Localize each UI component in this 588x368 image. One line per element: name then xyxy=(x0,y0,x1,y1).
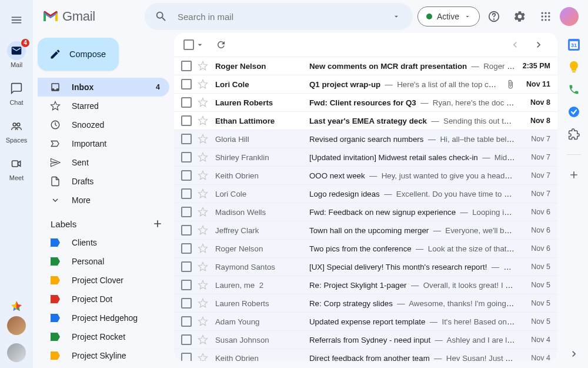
refresh-button[interactable] xyxy=(209,33,233,57)
star-button[interactable] xyxy=(198,334,209,345)
nav-item-starred[interactable]: Starred xyxy=(38,97,169,115)
star-icon xyxy=(198,298,208,309)
calendar-app-button[interactable]: 31 xyxy=(568,39,580,51)
spaces-icon xyxy=(11,120,22,132)
hide-panel-button[interactable] xyxy=(568,348,580,360)
star-button[interactable] xyxy=(198,134,209,144)
email-row[interactable]: Susan Johnson Referrals from Sydney - ne… xyxy=(174,330,557,349)
addons-app-button[interactable] xyxy=(568,128,580,140)
account-avatar[interactable] xyxy=(560,7,579,26)
rail-item-mail[interactable]: 4Mail xyxy=(0,37,33,74)
label-item[interactable]: Project Rocket xyxy=(38,327,169,346)
label-item[interactable]: Project Clover xyxy=(38,271,169,290)
email-row[interactable]: Keith Obrien OOO next week — Hey, just w… xyxy=(174,166,557,184)
search-options-button[interactable] xyxy=(385,5,408,28)
nav-item-sent[interactable]: Sent xyxy=(38,153,169,172)
support-button[interactable] xyxy=(482,5,506,28)
label-item[interactable]: Project Dot xyxy=(38,290,169,309)
email-checkbox[interactable] xyxy=(181,261,192,272)
next-page-button[interactable] xyxy=(527,33,550,57)
email-checkbox[interactable] xyxy=(181,152,192,163)
search-bar[interactable] xyxy=(145,3,413,30)
settings-button[interactable] xyxy=(508,5,532,28)
search-button[interactable] xyxy=(149,5,173,28)
apps-button[interactable] xyxy=(534,5,557,28)
label-item[interactable]: Clients xyxy=(38,233,169,252)
email-checkbox[interactable] xyxy=(181,134,192,144)
nav-item-important[interactable]: Important xyxy=(38,134,169,153)
clock-icon xyxy=(50,120,61,130)
label-item[interactable]: Project Hedgehog xyxy=(38,309,169,327)
email-checkbox[interactable] xyxy=(181,97,192,108)
select-all-checkbox[interactable] xyxy=(183,39,194,50)
sp-app-3[interactable] xyxy=(568,84,580,95)
email-checkbox[interactable] xyxy=(181,170,192,181)
star-button[interactable] xyxy=(198,261,209,272)
label-item[interactable]: Project Skyline xyxy=(38,346,169,365)
email-checkbox[interactable] xyxy=(181,61,192,71)
star-button[interactable] xyxy=(198,97,209,108)
email-row[interactable]: Madison Wells Fwd: Feedback on new signu… xyxy=(174,203,557,221)
email-checkbox[interactable] xyxy=(181,115,192,126)
compose-button[interactable]: Compose xyxy=(38,38,119,71)
nav-item-drafts[interactable]: Drafts xyxy=(38,172,169,191)
star-button[interactable] xyxy=(198,225,209,236)
rail-item-spaces[interactable]: Spaces xyxy=(0,112,33,150)
star-button[interactable] xyxy=(198,316,209,327)
email-row[interactable]: Lori Cole Logo redesign ideas — Excellen… xyxy=(174,184,557,203)
prev-page-button[interactable] xyxy=(503,33,527,57)
rail-item-chat[interactable]: Chat xyxy=(0,74,33,112)
email-checkbox[interactable] xyxy=(181,298,192,309)
email-checkbox[interactable] xyxy=(181,243,192,254)
nav-item-more[interactable]: More xyxy=(38,191,169,210)
star-button[interactable] xyxy=(198,298,209,309)
email-row[interactable]: Adam Young Updated expense report templa… xyxy=(174,312,557,330)
email-checkbox[interactable] xyxy=(181,334,192,345)
main-menu-button[interactable] xyxy=(2,6,31,34)
star-button[interactable] xyxy=(198,243,209,254)
add-label-button[interactable] xyxy=(152,218,163,230)
select-dropdown-icon[interactable] xyxy=(195,40,205,49)
email-row[interactable]: Lauren, me 2 Re: Project Skylight 1-page… xyxy=(174,276,557,294)
brand[interactable]: Gmail xyxy=(38,9,140,24)
email-checkbox[interactable] xyxy=(181,225,192,236)
star-button[interactable] xyxy=(198,353,209,361)
labels-more[interactable]: More xyxy=(38,365,169,368)
star-button[interactable] xyxy=(198,79,209,89)
email-checkbox[interactable] xyxy=(181,316,192,327)
rail-item-meet[interactable]: Meet xyxy=(0,150,33,187)
star-button[interactable] xyxy=(198,188,209,199)
star-button[interactable] xyxy=(198,152,209,163)
email-checkbox[interactable] xyxy=(181,280,192,290)
email-row[interactable]: Lauren Roberts Re: Corp strategy slides … xyxy=(174,294,557,312)
email-row[interactable]: Keith Obrien Direct feedback from anothe… xyxy=(174,349,557,361)
tasks-app-button[interactable] xyxy=(568,106,580,118)
email-row[interactable]: Roger Nelson New comments on MCR draft p… xyxy=(174,57,557,75)
star-button[interactable] xyxy=(198,115,209,126)
email-checkbox[interactable] xyxy=(181,188,192,199)
email-checkbox[interactable] xyxy=(181,79,192,89)
search-input[interactable] xyxy=(178,12,380,22)
email-row[interactable]: Lori Cole Q1 project wrap-up — Here's a … xyxy=(174,75,557,93)
email-row[interactable]: Roger Nelson Two pics from the conferenc… xyxy=(174,239,557,257)
get-addons-button[interactable] xyxy=(568,169,580,181)
email-row[interactable]: Lauren Roberts Fwd: Client resources for… xyxy=(174,93,557,111)
rail-avatar-2[interactable] xyxy=(7,343,26,362)
label-item[interactable]: Personal xyxy=(38,252,169,271)
star-button[interactable] xyxy=(198,280,209,290)
email-row[interactable]: Shirley Franklin [Updated invitation] Mi… xyxy=(174,148,557,166)
nav-item-inbox[interactable]: Inbox4 xyxy=(38,78,169,97)
email-row[interactable]: Raymond Santos [UX] Special delivery! Th… xyxy=(174,257,557,276)
star-button[interactable] xyxy=(198,207,209,217)
email-row[interactable]: Gloria Hill Revised organic search numbe… xyxy=(174,130,557,148)
email-row[interactable]: Ethan Lattimore Last year's EMEA strateg… xyxy=(174,111,557,130)
rail-avatar-1[interactable] xyxy=(7,316,26,335)
keep-app-button[interactable] xyxy=(568,61,580,73)
email-checkbox[interactable] xyxy=(181,207,192,217)
email-row[interactable]: Jeffrey Clark Town hall on the upcoming … xyxy=(174,221,557,239)
status-chip[interactable]: Active xyxy=(417,6,480,26)
star-button[interactable] xyxy=(198,61,209,71)
star-button[interactable] xyxy=(198,170,209,181)
email-checkbox[interactable] xyxy=(181,353,192,361)
nav-item-snoozed[interactable]: Snoozed xyxy=(38,115,169,134)
